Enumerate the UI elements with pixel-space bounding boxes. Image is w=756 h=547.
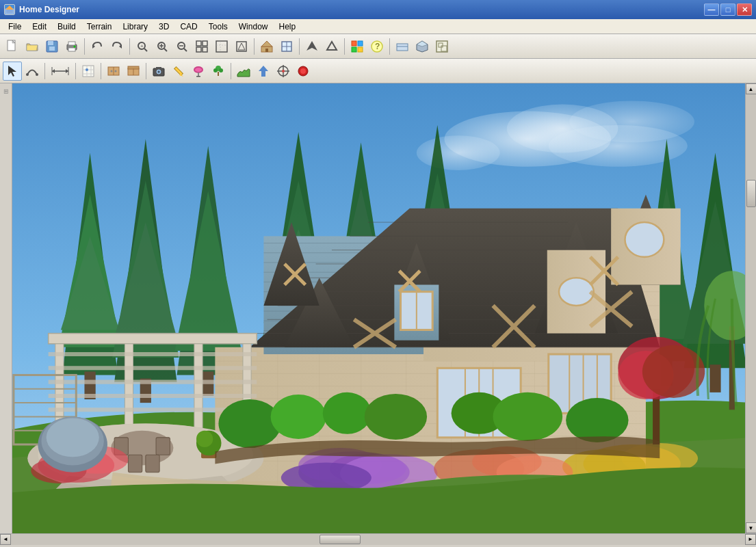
zoom-magnify-button[interactable]: +: [133, 37, 152, 56]
svg-rect-28: [216, 41, 227, 52]
snap-grid-button[interactable]: [79, 62, 98, 81]
svg-rect-35: [265, 49, 268, 52]
menu-terrain[interactable]: Terrain: [81, 21, 118, 33]
svg-rect-131: [709, 364, 720, 392]
floor-plan-button[interactable]: [432, 37, 452, 56]
arc-tool-button[interactable]: [23, 62, 42, 81]
svg-point-70: [111, 70, 113, 72]
question-button[interactable]: ?: [367, 37, 387, 56]
svg-rect-231: [156, 438, 170, 455]
horizontal-scrollbar[interactable]: ◄ ►: [0, 533, 756, 544]
toolbar-separator: [101, 63, 101, 79]
svg-rect-10: [68, 48, 75, 51]
zoom-in-button[interactable]: [153, 37, 172, 56]
svg-point-254: [365, 394, 427, 440]
hscroll-thumb[interactable]: [320, 535, 361, 544]
record-button[interactable]: [294, 62, 313, 81]
menu-3d[interactable]: 3D: [153, 21, 174, 33]
svg-point-252: [271, 395, 326, 439]
wall-framing-button[interactable]: [257, 37, 276, 56]
menu-library[interactable]: Library: [117, 21, 153, 33]
angle-button[interactable]: [322, 37, 341, 56]
svg-rect-41: [352, 41, 356, 46]
svg-text:+: +: [140, 43, 144, 49]
zoom-box-button[interactable]: [212, 37, 231, 56]
toolbar-separator: [75, 63, 76, 79]
menu-build[interactable]: Build: [52, 21, 81, 33]
scroll-up-button[interactable]: ▲: [746, 83, 757, 94]
plant-button[interactable]: [209, 62, 228, 81]
pencil-button[interactable]: [169, 62, 188, 81]
door-window-button[interactable]: [277, 37, 296, 56]
zoom-out-button[interactable]: [172, 37, 192, 56]
svg-point-55: [26, 73, 29, 76]
scroll-right-button[interactable]: ►: [745, 534, 756, 545]
svg-marker-89: [259, 66, 268, 77]
svg-marker-39: [307, 41, 317, 51]
dimension-button[interactable]: [48, 62, 73, 81]
vertical-scrollbar[interactable]: ▲ ▼: [745, 83, 756, 533]
toolbar-separator: [299, 38, 300, 55]
menu-tools[interactable]: Tools: [203, 21, 233, 33]
svg-rect-220: [194, 344, 203, 441]
main-area: ⊞: [0, 83, 756, 533]
svg-point-86: [213, 68, 218, 72]
svg-point-95: [300, 68, 306, 74]
svg-rect-47: [397, 44, 408, 51]
svg-rect-7: [49, 46, 55, 51]
camera-view-button[interactable]: [149, 62, 168, 81]
svg-rect-83: [198, 72, 199, 76]
arrow-up-button[interactable]: [302, 37, 322, 56]
cabinet-button[interactable]: [104, 62, 123, 81]
svg-point-261: [642, 345, 705, 398]
crosshair-button[interactable]: [274, 62, 293, 81]
2d-view-button[interactable]: [393, 37, 412, 56]
maximize-button[interactable]: □: [720, 3, 735, 16]
close-button[interactable]: ✕: [737, 3, 752, 16]
paint-button[interactable]: [189, 62, 208, 81]
svg-rect-79: [174, 66, 183, 75]
toolbar-separator: [44, 63, 45, 79]
menu-window[interactable]: Window: [233, 21, 274, 33]
material-button1[interactable]: [348, 37, 367, 56]
open-button[interactable]: [23, 37, 42, 56]
new-button[interactable]: [3, 37, 22, 56]
scroll-track[interactable]: [746, 94, 757, 522]
svg-marker-34: [261, 41, 272, 46]
svg-rect-26: [196, 47, 201, 52]
toolbar-separator: [389, 38, 390, 55]
scroll-thumb[interactable]: [746, 180, 756, 207]
save-button[interactable]: [42, 37, 62, 56]
menu-cad[interactable]: CAD: [174, 21, 203, 33]
terrain-tool-button[interactable]: [234, 62, 253, 81]
toolbar-separator: [84, 38, 85, 55]
print-button[interactable]: [62, 37, 81, 56]
redo-button[interactable]: [107, 37, 127, 56]
fit-all-button[interactable]: [232, 37, 251, 56]
undo-button[interactable]: [88, 37, 107, 56]
menu-file[interactable]: File: [3, 21, 27, 33]
svg-rect-51: [436, 41, 447, 52]
svg-marker-54: [8, 66, 16, 77]
select-button[interactable]: [3, 62, 22, 81]
minimize-button[interactable]: —: [704, 3, 719, 16]
scroll-down-button[interactable]: ▼: [746, 522, 757, 533]
3d-view-button[interactable]: [413, 37, 432, 56]
hscroll-track[interactable]: [11, 534, 745, 545]
menu-edit[interactable]: Edit: [27, 21, 52, 33]
svg-point-71: [115, 70, 117, 72]
svg-point-93: [282, 70, 285, 72]
title-bar: Home Designer — □ ✕: [0, 0, 756, 19]
svg-rect-84: [196, 76, 200, 77]
svg-rect-217: [49, 334, 257, 344]
svg-rect-88: [218, 72, 219, 76]
fit-page-button[interactable]: [192, 37, 211, 56]
svg-point-82: [195, 68, 202, 72]
svg-marker-1: [5, 5, 14, 10]
cabinet2-button[interactable]: [124, 62, 143, 81]
scroll-left-button[interactable]: ◄: [0, 534, 11, 545]
arrow-up2-button[interactable]: [254, 62, 273, 81]
menu-help[interactable]: Help: [273, 21, 301, 33]
toolbar-separator: [146, 63, 146, 79]
viewport[interactable]: [12, 83, 745, 533]
